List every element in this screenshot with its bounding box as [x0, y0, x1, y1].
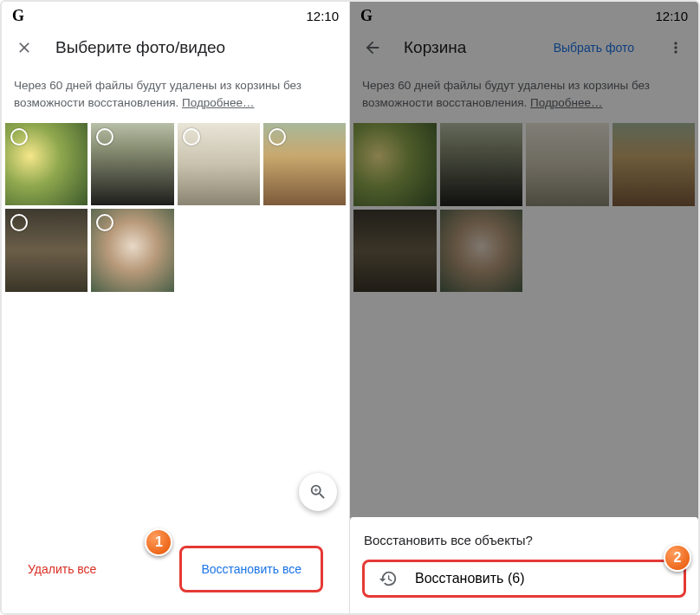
bottom-action-bar: Удалить все 1 Восстановить все: [2, 532, 349, 613]
delete-all-button[interactable]: Удалить все: [28, 562, 96, 576]
photo-thumb[interactable]: [91, 209, 173, 291]
photo-thumb[interactable]: [178, 123, 260, 205]
page-title: Выберите фото/видео: [55, 38, 337, 57]
content-area: [2, 292, 349, 532]
callout-badge: 2: [664, 544, 691, 572]
photo-grid: [2, 123, 349, 292]
photo-thumb[interactable]: [5, 209, 88, 291]
restore-icon: [379, 569, 398, 588]
selection-circle-icon[interactable]: [10, 128, 28, 146]
google-g-logo: G: [12, 7, 24, 25]
info-text-body: Через 60 дней файлы будут удалены из кор…: [14, 79, 301, 109]
status-bar: G 12:10: [2, 2, 349, 27]
close-icon[interactable]: [14, 37, 35, 58]
photo-thumb[interactable]: [263, 123, 346, 205]
restore-all-highlight: Восстановить все: [179, 546, 323, 592]
zoom-in-icon: [308, 482, 327, 502]
selection-circle-icon[interactable]: [96, 128, 113, 146]
app-bar: Выберите фото/видео: [2, 27, 349, 68]
photo-thumb[interactable]: [91, 123, 173, 205]
zoom-fab[interactable]: [299, 473, 337, 511]
trash-info-text: Через 60 дней файлы будут удалены из кор…: [2, 68, 349, 123]
screen-trash-confirm: G 12:10 Корзина Выбрать фото Через 60 дн…: [350, 2, 698, 613]
photo-thumb[interactable]: [5, 123, 88, 205]
selection-circle-icon[interactable]: [96, 214, 113, 231]
selection-circle-icon[interactable]: [10, 214, 28, 231]
restore-action-button[interactable]: Восстановить (6): [415, 571, 524, 586]
restore-all-button[interactable]: Восстановить все: [201, 554, 301, 585]
callout-badge: 1: [145, 528, 172, 556]
selection-circle-icon[interactable]: [183, 128, 200, 146]
selection-circle-icon[interactable]: [269, 128, 286, 146]
status-time: 12:10: [306, 9, 339, 23]
learn-more-link[interactable]: Подробнее…: [182, 96, 255, 109]
bottom-sheet: Восстановить все объекты? 2 Восстановить…: [350, 517, 698, 613]
restore-action-highlight: Восстановить (6): [362, 560, 686, 598]
screen-select-photos: G 12:10 Выберите фото/видео Через 60 дне…: [2, 2, 350, 613]
sheet-title: Восстановить все объекты?: [362, 533, 686, 547]
